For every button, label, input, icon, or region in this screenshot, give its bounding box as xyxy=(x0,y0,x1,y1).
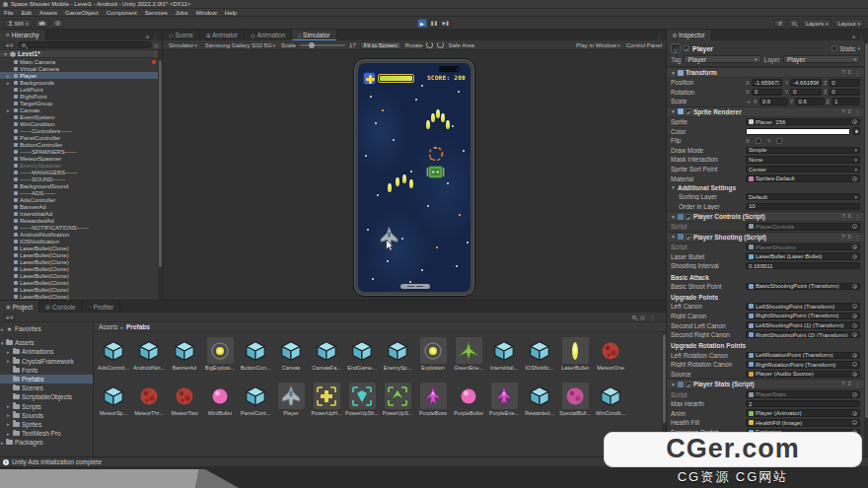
device-dropdown[interactable]: Samsung Galaxy S10 5G▾ xyxy=(203,41,277,49)
static-checkbox[interactable] xyxy=(832,45,837,51)
asset-item[interactable]: GreenEne... xyxy=(451,335,486,381)
component-enabled-checkbox[interactable]: ✓ xyxy=(686,382,691,387)
expand-arrow-icon[interactable]: ▸ xyxy=(7,358,12,364)
expand-arrow-icon[interactable]: ▸ xyxy=(7,349,12,355)
more-icon[interactable]: ⋮ xyxy=(854,108,860,115)
folder-prefabs[interactable]: Prefabs xyxy=(0,375,93,383)
asset-item[interactable]: EnemySp... xyxy=(380,335,415,381)
asset-item[interactable]: PurpleEne... xyxy=(486,381,522,426)
asset-item[interactable]: PanelCont... xyxy=(238,381,273,426)
hidden-packages-icon[interactable]: ◎ xyxy=(640,314,645,320)
asset-item[interactable]: MiniBullet xyxy=(202,381,238,426)
component-header[interactable]: ▼✓Player Shooting (Script)?≡⋮ xyxy=(667,232,864,243)
color-swatch[interactable] xyxy=(746,128,850,135)
folder-favorites[interactable]: ▸★Favorites xyxy=(0,324,93,333)
folder-scenes[interactable]: Scenes xyxy=(0,383,93,392)
hierarchy-item[interactable]: PanelController xyxy=(0,134,162,141)
asset-item[interactable]: WinCondit... xyxy=(593,381,628,426)
asset-item[interactable]: MeteorThr... xyxy=(131,381,167,426)
expand-arrow-icon[interactable]: ▸ xyxy=(7,107,13,113)
tab-simulator[interactable]: ▯Simulator xyxy=(292,30,336,40)
menu-gameobject[interactable]: GameObject xyxy=(61,10,103,16)
control-panel-button[interactable]: Control Panel xyxy=(626,42,662,48)
services-button[interactable] xyxy=(51,19,64,28)
hierarchy-item[interactable]: LaserBullet(Clone) xyxy=(0,265,162,272)
object-picker-icon[interactable] xyxy=(852,244,857,249)
hierarchy-item[interactable]: LaserBullet(Clone) xyxy=(0,251,162,258)
z-field[interactable]: 1 xyxy=(832,98,860,105)
object-picker-icon[interactable] xyxy=(852,411,857,416)
asset-item[interactable]: MeteorSp... xyxy=(96,381,131,426)
object-field[interactable]: LeftRotationPoint (Transform) xyxy=(746,352,860,360)
hierarchy-item[interactable]: ▸Backgrounds xyxy=(0,79,162,86)
tab-project[interactable]: ▣Project xyxy=(0,301,39,313)
simulator-mode-dropdown[interactable]: Simulator▾ xyxy=(167,41,199,49)
hierarchy-item[interactable]: ------ADS------ xyxy=(0,189,162,196)
expand-arrow-icon[interactable]: ▸ xyxy=(7,421,12,427)
flip-x-checkbox[interactable] xyxy=(756,138,761,144)
asset-item[interactable]: PowerUpH... xyxy=(309,381,344,426)
expand-arrow-icon[interactable]: ▸ xyxy=(7,80,13,86)
asset-item[interactable]: IOSNotific... xyxy=(522,335,557,381)
folder-sprites[interactable]: ▸Sprites xyxy=(0,420,93,429)
menu-file[interactable]: File xyxy=(0,10,18,16)
dropdown-field[interactable]: Center▾ xyxy=(746,166,860,174)
hierarchy-item[interactable]: EventSystem xyxy=(0,113,162,120)
more-icon[interactable]: ⋮ xyxy=(649,314,655,320)
object-picker-icon[interactable] xyxy=(852,420,857,425)
lock-icon[interactable]: a xyxy=(146,34,149,40)
component-enabled-checkbox[interactable]: ✓ xyxy=(686,214,691,220)
folder-sounds[interactable]: ▸Sounds xyxy=(0,411,93,420)
play-button[interactable]: ▶ xyxy=(417,19,427,28)
component-header[interactable]: ▼✓Player Stats (Script)?≡⋮ xyxy=(667,379,864,389)
foldout-arrow-icon[interactable]: ▼ xyxy=(671,108,676,114)
object-picker-icon[interactable] xyxy=(852,353,857,358)
more-icon[interactable]: ⋮ xyxy=(854,381,860,387)
asset-item[interactable]: MeteorOne xyxy=(593,335,628,381)
object-field[interactable]: Sprites-Default xyxy=(746,174,860,182)
component-header[interactable]: ▼✓Player Controls (Script)?≡⋮ xyxy=(667,211,864,222)
breadcrumb-root[interactable]: Assets xyxy=(99,323,118,330)
object-picker-icon[interactable] xyxy=(852,119,857,124)
hierarchy-item[interactable]: AdsController xyxy=(0,196,162,203)
object-field[interactable]: Player (Animator) xyxy=(746,409,860,417)
asset-item[interactable]: PowerUpS... xyxy=(380,381,415,426)
hierarchy-item[interactable]: ▸Canvas xyxy=(0,106,162,113)
hierarchy-item[interactable]: ------Controllers------ xyxy=(0,127,162,134)
inspector-scrollbar[interactable] xyxy=(864,30,868,456)
tab-inspector[interactable]: Inspector xyxy=(667,30,712,40)
tab-console[interactable]: ▤Console xyxy=(39,301,83,313)
hierarchy-item[interactable]: BackgroundSound xyxy=(0,182,162,189)
x-field[interactable]: 0 xyxy=(752,89,783,97)
object-picker-icon[interactable] xyxy=(852,176,857,181)
object-field[interactable]: RighRotationPoint (Transform) xyxy=(746,361,860,369)
additional-settings-foldout[interactable]: ▼Additional Settings xyxy=(667,183,864,192)
presets-icon[interactable]: ≡ xyxy=(847,381,851,387)
expand-arrow-icon[interactable]: ▸ xyxy=(7,412,12,418)
presets-icon[interactable]: ≡ xyxy=(847,69,851,76)
menu-assets[interactable]: Assets xyxy=(36,10,61,16)
menu-window[interactable]: Window xyxy=(191,10,220,16)
tab-animation[interactable]: ◷Animation xyxy=(245,30,292,40)
hierarchy-item[interactable]: LaserBullet(Clone) xyxy=(0,279,162,286)
asset-item[interactable]: Player xyxy=(273,381,309,426)
component-enabled-checkbox[interactable]: ✓ xyxy=(686,108,691,114)
help-icon[interactable]: ? xyxy=(841,381,844,387)
z-field[interactable]: 0 xyxy=(829,89,860,97)
hierarchy-scrollbar[interactable] xyxy=(158,50,162,300)
object-field[interactable]: RightShootingPoint (2) (Transform) xyxy=(746,331,860,339)
folder-scripts[interactable]: ▸Scripts xyxy=(0,402,93,411)
static-dropdown[interactable]: Static▾ xyxy=(832,45,860,52)
hierarchy-item[interactable]: ------SPAWNERS------ xyxy=(0,148,162,155)
component-header[interactable]: ▼✓Sprite Renderer?≡⋮ xyxy=(667,106,864,117)
menu-help[interactable]: Help xyxy=(221,10,241,16)
object-field[interactable]: BasicShootingPoint (Transform) xyxy=(746,283,860,291)
hierarchy-item[interactable]: EnemySpawner xyxy=(0,162,162,169)
folder-scriptableobjects[interactable]: ScriptableObjects xyxy=(0,392,93,401)
expand-arrow-icon[interactable]: ▸ xyxy=(1,326,6,332)
layout-dropdown[interactable]: Layout▾ xyxy=(833,19,864,28)
hierarchy-search-input[interactable] xyxy=(18,41,152,48)
scene-row[interactable]: ▼ Level1* ⋮ xyxy=(0,50,162,58)
folder-assets[interactable]: ▾Assets xyxy=(0,338,93,347)
x-field[interactable]: -1.659673 xyxy=(752,79,783,87)
